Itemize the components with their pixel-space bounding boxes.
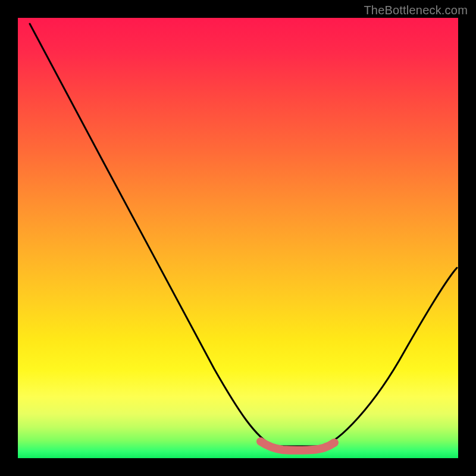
svg-point-5 [313, 446, 320, 453]
svg-point-2 [281, 446, 288, 453]
svg-point-6 [322, 443, 330, 450]
curve-svg [18, 18, 458, 458]
chart-frame: TheBottleneck.com [0, 0, 476, 476]
svg-point-1 [270, 444, 277, 451]
svg-point-3 [292, 447, 299, 454]
watermark-text: TheBottleneck.com [364, 4, 468, 17]
plot-area [18, 18, 458, 458]
svg-point-4 [302, 447, 309, 454]
main-curve [30, 24, 457, 446]
svg-point-0 [259, 439, 267, 446]
svg-point-7 [330, 439, 337, 446]
